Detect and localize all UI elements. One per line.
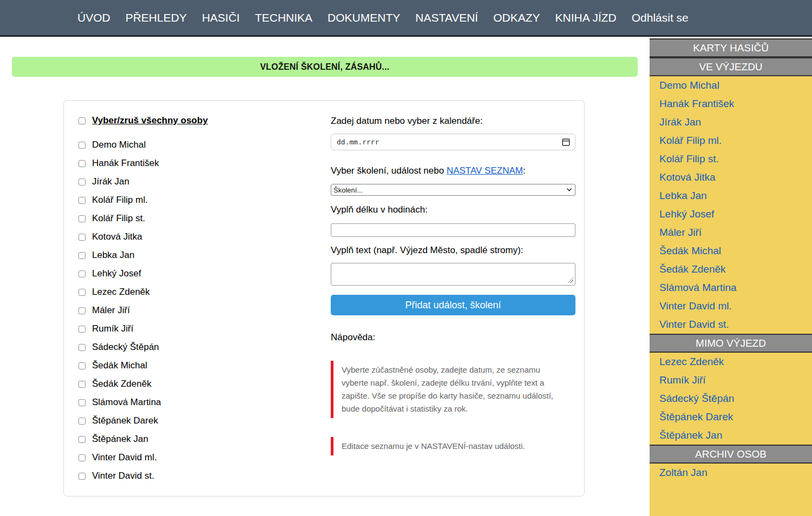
sidebar-person-sedak-zdenek[interactable]: Šedák Zdeněk — [650, 260, 812, 279]
nav-item-hasici[interactable]: HASIČI — [202, 11, 240, 24]
sidebar-person-zoltan-jan[interactable]: Zoltán Jan — [650, 464, 812, 482]
sidebar-person-jirak-jan[interactable]: Jírák Jan — [650, 113, 812, 131]
person-checkbox-maler-jiri[interactable] — [78, 307, 86, 314]
sidebar-person-maler-jiri[interactable]: Máler Jiří — [650, 223, 812, 242]
select-all-label[interactable]: Vyber/zruš všechny osoby — [92, 116, 208, 125]
select-all-row[interactable]: Vyber/zruš všechny osoby — [78, 116, 208, 125]
person-checkbox-sedak-michal[interactable] — [78, 362, 86, 369]
nastav-seznam-link[interactable]: NASTAV SEZNAM — [447, 166, 523, 176]
person-row-lehky-josef[interactable]: Lehký Josef — [78, 269, 208, 279]
sidebar-person-rumik-jiri[interactable]: Rumík Jiří — [650, 371, 812, 389]
sidebar-title: KARTY HASIČŮ — [650, 38, 812, 57]
person-checkbox-lebka-jan[interactable] — [78, 252, 86, 259]
person-row-stepanek-darek[interactable]: Štěpánek Darek — [78, 416, 208, 426]
event-select[interactable]: Školení... — [331, 184, 575, 196]
person-checkbox-vinter-david-st[interactable] — [78, 473, 86, 480]
person-checkbox-lezec-zdenek[interactable] — [78, 289, 86, 296]
sidebar-person-hanak-frantisek[interactable]: Hanák František — [650, 95, 812, 113]
person-row-vinter-david-st[interactable]: Vinter David st. — [78, 471, 208, 481]
sidebar-person-stepanek-darek[interactable]: Štěpánek Darek — [650, 408, 812, 426]
nav-item-odhlasit-se[interactable]: Odhlásit se — [632, 11, 689, 24]
person-checkbox-kotova-jitka[interactable] — [78, 234, 86, 241]
person-checkbox-stepanek-jan[interactable] — [78, 436, 86, 443]
person-checkbox-kolar-filip-st[interactable] — [78, 215, 86, 222]
sidebar-person-slamova-martina[interactable]: Slámová Martina — [650, 279, 812, 297]
person-row-vinter-david-ml[interactable]: Vinter David ml. — [78, 453, 208, 462]
person-label: Lebka Jan — [92, 250, 134, 260]
person-checkbox-slamova-martina[interactable] — [78, 399, 86, 406]
add-event-button[interactable]: Přidat událost, školení — [331, 295, 575, 315]
person-row-hanak-frantisek[interactable]: Hanák František — [78, 158, 208, 168]
person-row-lezec-zdenek[interactable]: Lezec Zdeněk — [78, 287, 208, 297]
person-row-jirak-jan[interactable]: Jírák Jan — [78, 177, 208, 187]
person-row-demo-michal[interactable]: Demo Michal — [78, 140, 208, 150]
event-label: Vyber školení, událost nebo NASTAV SEZNA… — [331, 166, 575, 176]
date-label: Zadej datum nebo vyber z kalendáře: — [331, 116, 575, 127]
person-label: Kolář Filip ml. — [92, 195, 148, 205]
person-row-sadecky-stepan[interactable]: Sádecký Štěpán — [78, 342, 208, 352]
sidebar-karty-hasicu: KARTY HASIČŮ VE VÝJEZDUDemo MichalHanák … — [650, 38, 812, 516]
nav-item-technika[interactable]: TECHNIKA — [255, 11, 312, 24]
date-input[interactable] — [331, 134, 575, 150]
person-label: Demo Michal — [92, 140, 146, 150]
person-row-maler-jiri[interactable]: Máler Jiří — [78, 306, 208, 315]
person-rows: Demo MichalHanák FrantišekJírák JanKolář… — [78, 140, 208, 481]
sidebar-person-kotova-jitka[interactable]: Kotová Jitka — [650, 168, 812, 187]
nav-item-prehledy[interactable]: PŘEHLEDY — [126, 11, 187, 24]
person-label: Lehký Josef — [92, 269, 141, 279]
person-label: Kolář Filip st. — [92, 214, 145, 223]
person-checkbox-jirak-jan[interactable] — [78, 178, 86, 186]
nav-item-uvod[interactable]: ÚVOD — [77, 11, 110, 24]
person-label: Jírák Jan — [92, 177, 129, 187]
person-label: Hanák František — [92, 158, 159, 168]
select-all-checkbox[interactable] — [78, 117, 86, 124]
nav-item-odkazy[interactable]: ODKAZY — [493, 11, 540, 24]
event-form: Zadej datum nebo vyber z kalendáře: Vybe… — [331, 116, 575, 455]
sidebar-person-stepanek-jan[interactable]: Štěpánek Jan — [650, 426, 812, 445]
person-checkbox-lehky-josef[interactable] — [78, 270, 86, 277]
person-row-sedak-zdenek[interactable]: Šedák Zdeněk — [78, 379, 208, 389]
sidebar-person-demo-michal[interactable]: Demo Michal — [650, 76, 812, 95]
person-row-sedak-michal[interactable]: Šedák Michal — [78, 361, 208, 371]
sidebar-person-lebka-jan[interactable]: Lebka Jan — [650, 187, 812, 205]
person-row-lebka-jan[interactable]: Lebka Jan — [78, 250, 208, 260]
person-label: Kotová Jitka — [92, 232, 142, 242]
sidebar-person-kolar-filip-ml[interactable]: Kolář Filip ml. — [650, 131, 812, 150]
sidebar-person-kolar-filip-st[interactable]: Kolář Filip st. — [650, 150, 812, 168]
person-row-rumik-jiri[interactable]: Rumík Jiří — [78, 324, 208, 334]
person-checkbox-kolar-filip-ml[interactable] — [78, 197, 86, 204]
event-label-colon: : — [523, 166, 526, 176]
sidebar-person-lehky-josef[interactable]: Lehký Josef — [650, 205, 812, 223]
person-label: Rumík Jiří — [92, 324, 134, 334]
calendar-icon[interactable] — [562, 138, 570, 146]
person-checkbox-sadecky-stepan[interactable] — [78, 344, 86, 351]
sidebar-person-sadecky-stepan[interactable]: Sádecký Štěpán — [650, 389, 812, 408]
person-checkbox-sedak-zdenek[interactable] — [78, 381, 86, 388]
person-checkbox-hanak-frantisek[interactable] — [78, 160, 86, 167]
person-checkbox-rumik-jiri[interactable] — [78, 326, 86, 333]
duration-input[interactable] — [331, 223, 575, 237]
person-label: Máler Jiří — [92, 306, 130, 315]
person-label: Vinter David st. — [92, 471, 154, 481]
event-text-area[interactable] — [331, 263, 575, 286]
person-checkbox-demo-michal[interactable] — [78, 142, 86, 149]
person-label: Slámová Martina — [92, 398, 161, 407]
nav-item-dokumenty[interactable]: DOKUMENTY — [328, 11, 400, 24]
people-checkbox-list: Vyber/zruš všechny osoby Demo MichalHaná… — [78, 116, 208, 489]
nav-item-nastaveni[interactable]: NASTAVENÍ — [415, 11, 478, 24]
sidebar-person-sedak-michal[interactable]: Šedák Michal — [650, 242, 812, 260]
sidebar-person-vinter-david-st[interactable]: Vinter David st. — [650, 315, 812, 334]
person-row-kotova-jitka[interactable]: Kotová Jitka — [78, 232, 208, 242]
sidebar-person-lezec-zdenek[interactable]: Lezec Zdeněk — [650, 353, 812, 371]
person-row-kolar-filip-ml[interactable]: Kolář Filip ml. — [78, 195, 208, 205]
person-label: Lezec Zdeněk — [92, 287, 150, 297]
person-label: Šedák Zdeněk — [92, 379, 152, 389]
nav-item-kniha-jizd[interactable]: KNIHA JÍZD — [555, 11, 617, 24]
person-row-kolar-filip-st[interactable]: Kolář Filip st. — [78, 214, 208, 223]
person-row-stepanek-jan[interactable]: Štěpánek Jan — [78, 434, 208, 444]
help-title: Nápověda: — [331, 332, 575, 343]
sidebar-person-vinter-david-ml[interactable]: Vinter David ml. — [650, 297, 812, 315]
person-checkbox-stepanek-darek[interactable] — [78, 418, 86, 425]
person-checkbox-vinter-david-ml[interactable] — [78, 454, 86, 461]
person-row-slamova-martina[interactable]: Slámová Martina — [78, 398, 208, 407]
